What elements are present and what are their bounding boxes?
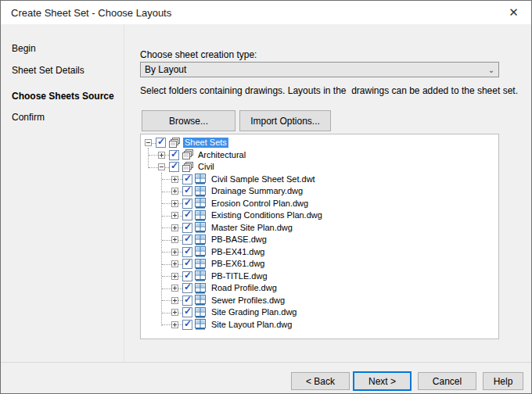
tree-item-label[interactable]: Sewer Profiles.dwg	[210, 296, 286, 306]
checkbox-checked-icon[interactable]: ✓	[169, 150, 179, 160]
checkbox-checked-icon[interactable]: ✓	[182, 210, 192, 220]
wizard-steps-sidebar: BeginSheet Set DetailsChoose Sheets Sour…	[1, 24, 124, 361]
checkbox-checked-icon[interactable]: ✓	[182, 283, 192, 293]
sidebar-step-confirm[interactable]: Confirm	[12, 112, 45, 123]
checkbox-checked-icon[interactable]: ✓	[182, 199, 192, 209]
tree-item-sewer-profiles-dwg[interactable]: ✓Sewer Profiles.dwg	[141, 295, 498, 307]
expander-plus-icon[interactable]	[171, 309, 178, 316]
tree-item-label[interactable]: PB-BASE.dwg	[210, 235, 268, 245]
browse-button[interactable]: Browse...	[142, 110, 235, 131]
drawing-file-icon	[194, 174, 207, 184]
drawing-file-icon	[194, 186, 207, 197]
drawing-file-icon	[194, 246, 207, 257]
creation-type-dropdown[interactable]: By Layout ⌄	[140, 62, 499, 77]
tree-item-sheet-sets[interactable]: ✓Sheet Sets	[141, 137, 498, 149]
expander-plus-icon[interactable]	[171, 188, 178, 195]
expander-plus-icon[interactable]	[171, 224, 178, 231]
tree-item-civil-sample-sheet-set-dwt[interactable]: ✓Civil Sample Sheet Set.dwt	[141, 174, 498, 186]
drawing-file-icon	[194, 307, 207, 318]
tree-item-label[interactable]: Master Site Plan.dwg	[210, 223, 294, 233]
tree-item-civil[interactable]: ✓Civil	[141, 161, 498, 174]
tree-item-site-grading-plan-dwg[interactable]: ✓Site Grading Plan.dwg	[141, 306, 498, 319]
tree-item-label[interactable]: Drainage Summary.dwg	[210, 186, 304, 196]
expander-plus-icon[interactable]	[171, 285, 178, 292]
tree-item-erosion-control-plan-dwg[interactable]: ✓Erosion Control Plan.dwg	[141, 198, 498, 210]
checkbox-checked-icon[interactable]: ✓	[182, 320, 192, 330]
checkbox-checked-icon[interactable]: ✓	[169, 162, 179, 172]
tree-connector-line	[162, 178, 171, 180]
sheet-set-stack-icon	[167, 138, 181, 149]
tree-item-label[interactable]: Civil	[196, 162, 216, 172]
tree-item-label[interactable]: Road Profile.dwg	[210, 283, 279, 293]
tree-item-architectural[interactable]: ✓Architectural	[141, 149, 498, 162]
next-button[interactable]: Next >	[353, 371, 412, 391]
tree-item-label[interactable]: PB-EX41.dwg	[210, 247, 266, 257]
tree-item-pb-ex61-dwg[interactable]: ✓PB-EX61.dwg	[141, 258, 498, 270]
window-title: Create Sheet Set - Choose Layouts	[11, 7, 171, 19]
titlebar: Create Sheet Set - Choose Layouts	[1, 1, 531, 24]
tree-item-label[interactable]: Site Layout Plan.dwg	[210, 320, 293, 330]
tree-item-master-site-plan-dwg[interactable]: ✓Master Site Plan.dwg	[141, 222, 498, 235]
chevron-down-icon: ⌄	[484, 66, 498, 74]
tree-item-pb-base-dwg[interactable]: ✓PB-BASE.dwg	[141, 234, 498, 246]
expander-plus-icon[interactable]	[171, 200, 178, 207]
expander-plus-icon[interactable]	[171, 176, 178, 183]
tree-item-pb-ex41-dwg[interactable]: ✓PB-EX41.dwg	[141, 246, 498, 259]
checkbox-checked-icon[interactable]: ✓	[182, 186, 192, 196]
tree-item-label[interactable]: Architectural	[196, 150, 247, 160]
checkbox-checked-icon[interactable]: ✓	[182, 235, 192, 245]
expander-plus-icon[interactable]	[171, 249, 178, 256]
tree-connector-line	[162, 324, 171, 325]
back-button[interactable]: < Back	[291, 372, 350, 390]
tree-item-site-layout-plan-dwg[interactable]: ✓Site Layout Plan.dwg	[141, 319, 498, 331]
tree-connector-line	[149, 154, 158, 156]
tree-item-label[interactable]: Erosion Control Plan.dwg	[210, 199, 310, 209]
checkbox-checked-icon[interactable]: ✓	[182, 259, 192, 269]
create-sheet-set-dialog: Create Sheet Set - Choose Layouts ✕ Begi…	[0, 0, 532, 394]
sheet-set-stack-icon	[181, 149, 194, 160]
import-options-button[interactable]: Import Options...	[239, 110, 331, 131]
checkbox-checked-icon[interactable]: ✓	[156, 138, 166, 148]
expander-minus-icon[interactable]	[145, 139, 152, 146]
expander-plus-icon[interactable]	[171, 297, 178, 304]
tree-connector-line	[162, 299, 171, 301]
creation-type-label: Choose sheet creation type:	[140, 49, 257, 60]
checkbox-checked-icon[interactable]: ✓	[182, 174, 192, 184]
sheet-sets-tree[interactable]: ✓Sheet Sets✓Architectural✓Civil✓Civil Sa…	[140, 134, 499, 339]
drawing-file-icon	[194, 222, 207, 233]
checkbox-checked-icon[interactable]: ✓	[182, 307, 192, 317]
cancel-button[interactable]: Cancel	[418, 372, 476, 390]
drawing-file-icon	[194, 283, 207, 294]
drawing-file-icon	[194, 235, 207, 245]
tree-item-label[interactable]: Sheet Sets	[183, 138, 228, 148]
checkbox-checked-icon[interactable]: ✓	[182, 296, 192, 306]
drawing-file-icon	[194, 270, 207, 281]
tree-item-pb-title-dwg[interactable]: ✓PB-TITLE.dwg	[141, 270, 498, 283]
tree-item-drainage-summary-dwg[interactable]: ✓Drainage Summary.dwg	[141, 185, 498, 198]
sheet-set-stack-icon	[181, 162, 194, 173]
expander-plus-icon[interactable]	[171, 273, 178, 280]
checkbox-checked-icon[interactable]: ✓	[182, 247, 192, 257]
close-icon[interactable]: ✕	[496, 1, 531, 24]
tree-item-label[interactable]: Civil Sample Sheet Set.dwt	[210, 174, 317, 184]
sidebar-step-begin[interactable]: Begin	[12, 43, 36, 54]
expander-plus-icon[interactable]	[171, 236, 178, 243]
expander-plus-icon[interactable]	[171, 260, 178, 267]
checkbox-checked-icon[interactable]: ✓	[182, 223, 192, 233]
help-button[interactable]: Help	[483, 372, 523, 390]
tree-item-label[interactable]: Existing Conditions Plan.dwg	[210, 210, 324, 220]
sidebar-step-choose-sheets-source[interactable]: Choose Sheets Source	[12, 91, 114, 102]
tree-item-label[interactable]: Site Grading Plan.dwg	[210, 307, 298, 317]
tree-item-label[interactable]: PB-EX61.dwg	[210, 259, 266, 269]
tree-connector-line	[162, 251, 171, 253]
tree-connector-line	[149, 167, 158, 168]
expander-plus-icon[interactable]	[171, 212, 178, 219]
sidebar-step-sheet-set-details[interactable]: Sheet Set Details	[12, 65, 84, 76]
expander-minus-icon[interactable]	[158, 163, 165, 170]
expander-plus-icon[interactable]	[158, 152, 165, 159]
checkbox-checked-icon[interactable]: ✓	[182, 271, 192, 281]
tree-item-existing-conditions-plan-dwg[interactable]: ✓Existing Conditions Plan.dwg	[141, 210, 498, 222]
tree-item-label[interactable]: PB-TITLE.dwg	[210, 271, 269, 281]
expander-plus-icon[interactable]	[171, 321, 178, 328]
tree-item-road-profile-dwg[interactable]: ✓Road Profile.dwg	[141, 282, 498, 295]
